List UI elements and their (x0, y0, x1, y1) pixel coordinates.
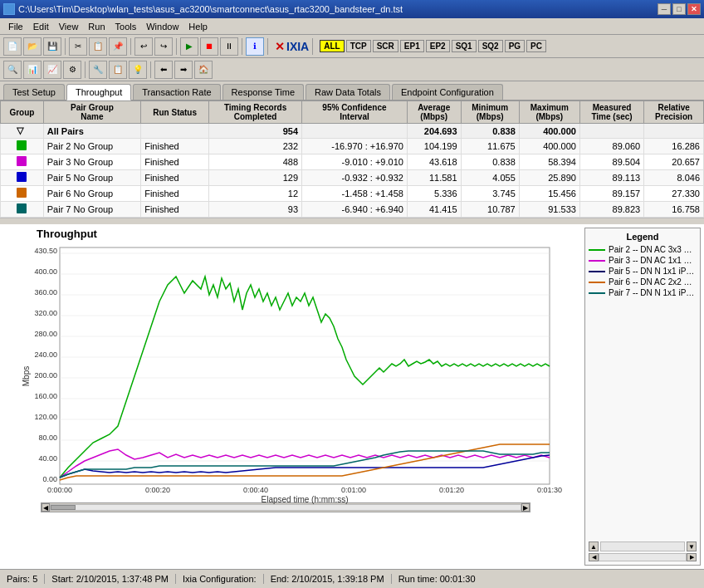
status-pairs: Pairs: 5 (7, 574, 45, 584)
filter-ep1[interactable]: EP1 (400, 40, 424, 52)
menu-tools[interactable]: Tools (110, 20, 142, 33)
undo-btn[interactable]: ↩ (134, 37, 153, 56)
row-icon (1, 170, 44, 186)
col-confidence: 95% ConfidenceInterval (302, 101, 408, 124)
tab-throughput[interactable]: Throughput (66, 84, 131, 100)
menu-file[interactable]: File (3, 20, 28, 33)
t2-btn5[interactable]: 🔧 (89, 61, 107, 79)
row-status: Finished (141, 154, 209, 170)
scroll-left[interactable]: ◀ (42, 503, 50, 512)
close-button[interactable]: ✕ (687, 3, 701, 15)
y-axis: 430.50 400.00 360.00 320.00 280.00 240.0… (34, 247, 57, 483)
filter-tcp[interactable]: TCP (346, 40, 371, 52)
menu-window[interactable]: Window (141, 20, 183, 33)
filter-scr[interactable]: SCR (373, 40, 398, 52)
x-axis: 0:00:00 0:00:20 0:00:40 0:01:00 0:01:20 … (47, 486, 562, 494)
legend-hscroll-right[interactable]: ▶ (687, 553, 697, 561)
filter-ep2[interactable]: EP2 (426, 40, 450, 52)
legend-scroll[interactable]: Pair 2 -- DN AC 3x3 R7000 bric Pair 3 --… (589, 245, 697, 538)
tab-raw-data[interactable]: Raw Data Totals (306, 84, 390, 100)
menu-help[interactable]: Help (183, 20, 213, 33)
svg-text:430.50: 430.50 (34, 247, 57, 255)
all-pairs-avg: 204.693 (407, 124, 461, 139)
table-row: Pair 3 No Group Finished 488 -9.010 : +9… (1, 154, 704, 170)
menu-view[interactable]: View (54, 20, 84, 33)
filter-pg[interactable]: PG (505, 40, 525, 52)
cut-btn[interactable]: ✂ (69, 37, 87, 56)
col-measured-time: MeasuredTime (sec) (579, 101, 643, 124)
row-rp: 8.046 (644, 170, 704, 186)
legend-hscroll[interactable]: ◀ ▶ (589, 553, 697, 561)
all-pairs-records: 954 (209, 124, 302, 139)
minimize-button[interactable]: ─ (658, 3, 671, 15)
legend-color-swatch (589, 292, 605, 294)
legend-scroll-down[interactable]: ▼ (687, 541, 697, 551)
pause-btn[interactable]: ⏸ (220, 37, 238, 56)
stop-btn[interactable]: ⏹ (200, 37, 218, 56)
row-max: 58.394 (519, 154, 579, 170)
legend-scroll-up[interactable]: ▲ (589, 541, 599, 551)
tab-test-setup[interactable]: Test Setup (3, 84, 65, 100)
app-icon (3, 3, 15, 15)
info-btn[interactable]: ℹ (246, 37, 264, 56)
legend-item[interactable]: Pair 2 -- DN AC 3x3 R7000 bric (589, 245, 697, 254)
copy-btn[interactable]: 📋 (89, 37, 107, 56)
legend-item-label: Pair 7 -- DN N 1x1 iPod 5th Ge (609, 288, 697, 297)
tab-transaction-rate[interactable]: Transaction Rate (133, 84, 220, 100)
legend-item[interactable]: Pair 5 -- DN N 1x1 iPad2 (589, 267, 697, 276)
row-status: Finished (141, 186, 209, 202)
tab-response-time[interactable]: Response Time (222, 84, 304, 100)
t2-btn2[interactable]: 📊 (23, 61, 42, 79)
row-ci: -6.940 : +6.940 (302, 202, 408, 218)
sep1 (65, 38, 66, 55)
t2-btn9[interactable]: ➡ (174, 61, 193, 79)
legend-item[interactable]: Pair 7 -- DN N 1x1 iPod 5th Ge (589, 288, 697, 297)
row-time: 89.060 (579, 139, 643, 154)
scroll-right[interactable]: ▶ (521, 503, 530, 512)
legend-hscroll-left[interactable]: ◀ (589, 553, 599, 561)
sep5 (267, 38, 268, 55)
filter-all[interactable]: ALL (320, 40, 344, 52)
row-min: 3.745 (461, 186, 519, 202)
filter-sq1[interactable]: SQ1 (452, 40, 477, 52)
t2-btn7[interactable]: 💡 (129, 61, 147, 79)
status-end: End: 2/10/2015, 1:39:18 PM (271, 574, 392, 584)
all-pairs-expand[interactable]: ▽ (1, 124, 44, 139)
run-btn[interactable]: ▶ (180, 37, 198, 56)
t2-btn4[interactable]: ⚙ (63, 61, 81, 79)
svg-rect-2 (17, 172, 27, 182)
save-btn[interactable]: 💾 (43, 37, 61, 56)
row-icon (1, 202, 44, 218)
svg-text:160.00: 160.00 (34, 392, 57, 400)
row-max: 400.000 (519, 139, 579, 154)
legend-item-label: Pair 5 -- DN N 1x1 iPad2 (609, 267, 697, 276)
menu-edit[interactable]: Edit (28, 20, 54, 33)
brand-x: ✕ (275, 40, 285, 53)
t2-btn8[interactable]: ⬅ (154, 61, 173, 79)
t2-sep1 (85, 61, 86, 78)
row-records: 232 (209, 139, 302, 154)
t2-btn1[interactable]: 🔍 (3, 61, 22, 79)
legend-item-label: Pair 3 -- DN AC 1x1 MotoX (609, 256, 697, 265)
maximize-button[interactable]: □ (672, 3, 686, 15)
table-hscroll[interactable] (0, 218, 704, 224)
tab-endpoint-config[interactable]: Endpoint Configuration (392, 84, 503, 100)
main-content: Group Pair GroupName Run Status Timing R… (0, 100, 704, 569)
legend-item[interactable]: Pair 6 -- DN AC 2x2 NETGEAR (589, 277, 697, 287)
table-row: Pair 7 No Group Finished 93 -6.940 : +6.… (1, 202, 704, 218)
t2-btn6[interactable]: 📋 (109, 61, 127, 79)
data-table-container[interactable]: Group Pair GroupName Run Status Timing R… (0, 100, 704, 218)
redo-btn[interactable]: ↪ (154, 37, 173, 56)
legend-color-swatch (589, 282, 605, 283)
row-icon (1, 186, 44, 202)
svg-text:0:01:30: 0:01:30 (537, 486, 562, 494)
open-btn[interactable]: 📂 (23, 37, 42, 56)
filter-pc[interactable]: PC (526, 40, 546, 52)
filter-sq2[interactable]: SQ2 (478, 40, 503, 52)
t2-btn3[interactable]: 📈 (43, 61, 61, 79)
legend-item[interactable]: Pair 3 -- DN AC 1x1 MotoX (589, 256, 697, 265)
new-btn[interactable]: 📄 (3, 37, 22, 56)
t2-btn10[interactable]: 🏠 (194, 61, 213, 79)
paste-btn[interactable]: 📌 (109, 37, 127, 56)
menu-run[interactable]: Run (83, 20, 110, 33)
